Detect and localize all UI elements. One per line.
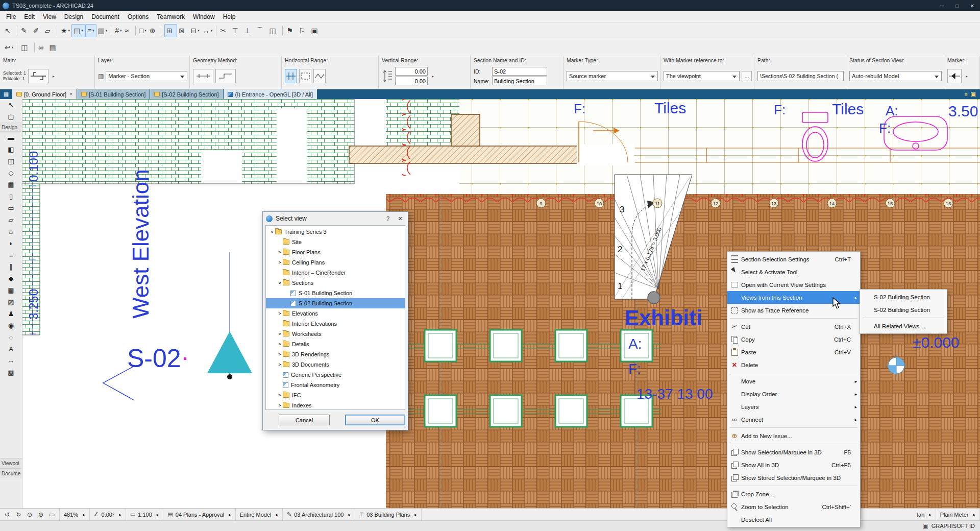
- door-tool-icon[interactable]: ◧: [0, 143, 22, 155]
- ok-button[interactable]: OK: [345, 415, 405, 425]
- statusbar-segment[interactable]: ▤ 04 Plans - Approval: [163, 509, 235, 520]
- vrange-top-input[interactable]: [395, 67, 428, 76]
- morph-tool-icon[interactable]: ◆: [0, 273, 22, 284]
- arrow-tool-icon[interactable]: ↖: [0, 99, 22, 111]
- tree-item[interactable]: Worksheets: [266, 329, 405, 339]
- menu-bar-item[interactable]: File: [2, 12, 20, 21]
- tree-item[interactable]: 3D Renderings: [266, 349, 405, 359]
- chevron-icon[interactable]: [277, 280, 282, 286]
- text-tool-icon[interactable]: A: [0, 343, 22, 355]
- resize-icon[interactable]: ◫: [268, 24, 281, 37]
- pick-up-parameters-icon[interactable]: ▣: [309, 24, 322, 37]
- chevron-icon[interactable]: [277, 331, 283, 336]
- tree-item[interactable]: Interior – CineRender: [266, 268, 405, 278]
- hrange-limited-button[interactable]: [299, 69, 311, 83]
- tree-item[interactable]: Details: [266, 339, 405, 349]
- beam-tool-icon[interactable]: ▭: [0, 202, 22, 214]
- tab-overview-button[interactable]: ▦: [0, 89, 12, 99]
- context-menu-item[interactable]: Show Selection/Marquee in 3D F5: [727, 446, 860, 458]
- stair-tool-icon[interactable]: ≡: [0, 249, 22, 261]
- settings-caret-icon[interactable]: ▸: [51, 69, 57, 83]
- zoom-previous-icon[interactable]: ↺: [2, 510, 12, 520]
- hrange-zero-depth-button[interactable]: [313, 69, 326, 83]
- opening-tool-icon[interactable]: ◌: [0, 331, 22, 343]
- tree-item[interactable]: Training Series 3: [266, 227, 405, 237]
- dialog-help-button[interactable]: ?: [383, 214, 393, 223]
- copy-settings-icon[interactable]: ◫: [19, 41, 32, 54]
- statusbar-segment[interactable]: ≣ 03 Building Plans: [355, 509, 422, 520]
- tree-item[interactable]: Generic Perspective: [266, 370, 405, 380]
- origin-icon[interactable]: ⊕: [148, 24, 160, 37]
- tree-item[interactable]: IFC: [266, 390, 405, 400]
- context-menu-item[interactable]: Crop Zone...: [727, 488, 860, 500]
- zoom-next-icon[interactable]: ↻: [13, 510, 23, 520]
- context-menu-item[interactable]: Move: [727, 375, 860, 388]
- context-menu-item[interactable]: Layers: [727, 400, 860, 413]
- construction-box-icon[interactable]: □: [138, 24, 148, 37]
- tree-item[interactable]: Floor Plans: [266, 247, 405, 257]
- railing-tool-icon[interactable]: ∥: [0, 261, 22, 273]
- tree-item[interactable]: Interior Elevations: [266, 319, 405, 329]
- dialog-title-bar[interactable]: Select view ? ✕: [263, 212, 408, 225]
- menu-bar-item[interactable]: Design: [60, 12, 87, 21]
- zoom-in-icon[interactable]: ⊕: [36, 510, 46, 520]
- context-menu-item[interactable]: Show All in 3D Ctrl+F5: [727, 458, 860, 471]
- section-id-input[interactable]: [492, 67, 547, 76]
- tree-item[interactable]: Indexes: [266, 400, 405, 410]
- close-button[interactable]: ✕: [965, 0, 980, 11]
- layer-combo-icon[interactable]: ▥: [96, 24, 109, 37]
- new-tab-icon[interactable]: ▣: [971, 91, 976, 98]
- window-tool-icon[interactable]: ◫: [0, 155, 22, 167]
- chevron-icon[interactable]: [277, 342, 283, 347]
- column-tool-icon[interactable]: ▯: [0, 190, 22, 202]
- link-icon[interactable]: ∞: [37, 41, 48, 54]
- geometry-single-button[interactable]: [193, 69, 213, 83]
- context-menu-item[interactable]: Deselect All: [727, 513, 860, 526]
- context-menu-item[interactable]: Zoom to Selection Ctrl+Shift+': [727, 500, 860, 513]
- curtain-wall-tool-icon[interactable]: ▤: [0, 179, 22, 190]
- maximize-button[interactable]: □: [949, 0, 965, 11]
- tree-item[interactable]: Frontal Axonometry: [266, 380, 405, 390]
- context-menu-item[interactable]: Paste Ctrl+V: [727, 346, 860, 358]
- statusbar-segment[interactable]: ▭ 1:100: [126, 509, 163, 520]
- chevron-icon[interactable]: [277, 352, 283, 357]
- view-tab[interactable]: [S-02 Building Section]: [150, 89, 223, 99]
- cancel-button[interactable]: Cancel: [279, 415, 330, 425]
- context-menu-item[interactable]: Cut Ctrl+X: [727, 320, 860, 333]
- fillet-icon[interactable]: ⌒: [255, 24, 268, 37]
- section-marker[interactable]: S-02: [103, 252, 252, 400]
- minimize-button[interactable]: ─: [934, 0, 949, 11]
- menu-bar-item[interactable]: Options: [124, 12, 153, 21]
- tree-item[interactable]: S-02 Building Section: [266, 298, 405, 308]
- zone-tool-icon[interactable]: ▨: [0, 296, 22, 308]
- fill-style-icon[interactable]: ▤: [71, 24, 85, 37]
- layer-select[interactable]: Marker - Section: [106, 71, 187, 81]
- tree-item[interactable]: Elevations: [266, 308, 405, 319]
- view-tab[interactable]: (I) Entrance - OpenGL [3D / All]: [224, 89, 317, 99]
- submenu-item[interactable]: All Related Views...: [860, 320, 947, 332]
- object-tool-icon[interactable]: ♟: [0, 308, 22, 320]
- transform-icon[interactable]: ↔: [201, 24, 214, 37]
- eraser-icon[interactable]: ▱: [43, 24, 55, 37]
- marker-type-select[interactable]: Source marker: [567, 71, 658, 81]
- section-name-input[interactable]: [492, 77, 547, 85]
- menu-bar-item[interactable]: Edit: [20, 12, 39, 21]
- guide-lines-icon[interactable]: ≈: [124, 24, 133, 37]
- context-menu-item[interactable]: Add to New Issue...: [727, 429, 860, 442]
- flag-outline-icon[interactable]: ⚐: [297, 24, 309, 37]
- menu-bar-item[interactable]: Teamwork: [153, 12, 189, 21]
- tree-item[interactable]: Ceiling Plans: [266, 257, 405, 268]
- submenu-item[interactable]: S-02 Building Section: [860, 291, 947, 303]
- graphisoft-id-label[interactable]: GRAPHISOFT ID: [932, 523, 975, 529]
- tab-list-icon[interactable]: ≡: [964, 91, 967, 98]
- pen-icon[interactable]: ✎: [19, 24, 31, 37]
- chevron-icon[interactable]: [277, 260, 283, 265]
- context-menu-item[interactable]: Select & Activate Tool: [727, 266, 860, 278]
- fit-in-window-icon[interactable]: ▭: [47, 510, 57, 520]
- tree-item[interactable]: Site: [266, 237, 405, 247]
- statusbar-segment[interactable]: ∠ 0.00°: [90, 509, 126, 520]
- roof-tool-icon[interactable]: ⌂: [0, 226, 22, 237]
- select-arrow-icon[interactable]: ↖: [3, 24, 15, 37]
- shell-tool-icon[interactable]: ◗: [0, 237, 22, 249]
- palette-tool[interactable]: Design: [0, 123, 22, 132]
